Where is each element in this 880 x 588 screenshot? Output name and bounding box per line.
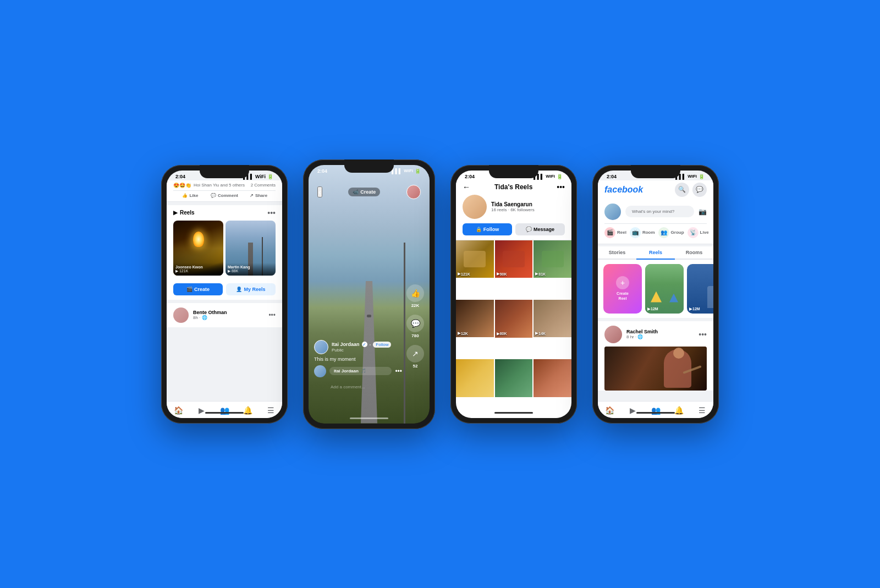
battery-icon-4: 🔋 xyxy=(698,174,705,179)
search-icon-btn[interactable]: 🔍 xyxy=(675,183,689,197)
post-more-btn[interactable]: ••• xyxy=(698,330,707,339)
post-actions: 👍 Like 💬 Comment ↗ Share xyxy=(173,190,276,198)
creator-sub: Public xyxy=(332,348,391,353)
reaction-text: Hoi Shan Yiu and 5 others xyxy=(194,183,245,188)
reels-preview-row: + CreateReel ▶ 12M ▶ 12M xyxy=(598,260,713,318)
grid-reel-6[interactable]: ▶ 14K xyxy=(534,300,571,338)
grid-reel-9[interactable] xyxy=(534,359,571,397)
room-quick-btn[interactable]: 📺 Room xyxy=(630,227,655,238)
follow-button[interactable]: 🔒 Follow xyxy=(463,223,512,235)
dots-menu-icon[interactable]: ••• xyxy=(557,183,565,191)
nav-menu-4[interactable]: ☰ xyxy=(690,406,713,415)
nav-home[interactable]: 🏠 xyxy=(167,406,190,415)
post-author-name: Bente Othman xyxy=(193,310,264,315)
grid-reel-7[interactable] xyxy=(456,359,494,397)
comment-action[interactable]: 💬 780 xyxy=(406,315,424,338)
comment-button[interactable]: 💬 Comment xyxy=(207,193,241,198)
comment-input-area: Itai Jordaan 🎵 xyxy=(329,367,392,375)
share-icon: ↗ xyxy=(250,193,254,198)
phone-4-bottom-nav: 🏠 ▶ 👥 🔔 ☰ xyxy=(598,401,713,418)
reel-quick-btn[interactable]: 🎬 Reel xyxy=(604,227,626,238)
back-button[interactable]: ‹ xyxy=(317,186,322,197)
messenger-icon-btn[interactable]: 💬 xyxy=(692,183,707,197)
power-lines xyxy=(404,243,405,424)
follow-lock-icon: 🔒 xyxy=(476,227,482,232)
add-comment-placeholder[interactable]: Add a comment... xyxy=(331,384,365,389)
create-reel-button[interactable]: 🎬 Create xyxy=(173,283,223,295)
battery-icon-3: 🔋 xyxy=(557,174,563,179)
reels-more-icon[interactable]: ••• xyxy=(267,208,276,217)
back-arrow-icon[interactable]: ← xyxy=(463,183,470,191)
grid-reel-3[interactable]: ▶ 81K xyxy=(534,240,571,278)
live-quick-btn[interactable]: 📡 Live xyxy=(688,227,709,238)
home-indicator-3 xyxy=(494,412,533,414)
like-action[interactable]: 👍 22K xyxy=(406,284,424,308)
tab-rooms[interactable]: Rooms xyxy=(675,246,713,259)
more-options-icon[interactable]: ••• xyxy=(395,367,402,375)
share-count: 52 xyxy=(413,364,418,369)
post-preview: Bente Othman 8h · 🌐 ••• xyxy=(167,303,282,327)
follow-tag[interactable]: Follow xyxy=(373,342,391,348)
create-reel-card[interactable]: + CreateReel xyxy=(603,264,642,314)
battery-icon: 🔋 xyxy=(267,174,273,179)
post-more-icon[interactable]: ••• xyxy=(268,311,276,319)
phone-2-status-icons: ▌▌▌ WiFi 🔋 xyxy=(392,168,421,174)
grid-reel-4[interactable]: ▶ 12K xyxy=(456,300,494,338)
food-thumb-1 xyxy=(464,251,486,267)
commenter-avatar xyxy=(314,365,326,377)
phone-2-notch xyxy=(344,160,394,173)
car-visual xyxy=(367,315,371,317)
creator-name-row: Itai Jordaan ✓ • Follow xyxy=(332,342,391,348)
grid-reel-2[interactable]: ▶ 90K xyxy=(495,240,533,278)
reels-section: ▶ Reels ••• Joonseo Kwon ▶ 121K xyxy=(167,205,282,279)
grid-reel-1[interactable]: ▶ 121K xyxy=(456,240,494,278)
group-quick-icon: 👥 xyxy=(658,227,669,238)
profile-stats: 16 reels · 6K followers xyxy=(491,207,535,212)
reel-1-views: ▶ 121K xyxy=(175,269,221,273)
header-profile-circle[interactable] xyxy=(406,185,421,199)
phone-1-notch xyxy=(200,165,249,178)
profile-text-info: Tida Saengarun 16 reels · 6K followers xyxy=(491,201,535,212)
reel-card-2[interactable]: Martin Kang ▶ 88K xyxy=(226,221,276,276)
phone-4-notch xyxy=(631,165,680,178)
music-indicator: 🎵 xyxy=(361,369,366,373)
grid-reel-5[interactable]: ▶ 80K xyxy=(495,300,533,338)
message-button[interactable]: 💬 Message xyxy=(515,223,565,235)
grid-reel-8[interactable] xyxy=(495,359,533,397)
share-action[interactable]: ↗ 52 xyxy=(406,345,424,369)
post-info: Bente Othman 8h · 🌐 xyxy=(193,310,264,320)
grid-views-6: ▶ 14K xyxy=(535,331,546,336)
post-header: 😍🤩👏 Hoi Shan Yiu and 5 others 2 Comments… xyxy=(167,180,282,202)
lantern-visual xyxy=(193,232,204,247)
grid-views-3: ▶ 81K xyxy=(535,272,546,276)
story-input[interactable]: What's on your mind? xyxy=(625,206,694,217)
tab-stories[interactable]: Stories xyxy=(598,246,636,259)
reel-1-name: Joonseo Kwon xyxy=(175,265,221,269)
my-reels-button[interactable]: 👤 My Reels xyxy=(226,283,276,295)
reel-1-overlay: Joonseo Kwon ▶ 121K xyxy=(173,263,223,276)
food-bg-8 xyxy=(495,359,533,397)
reel-card-1[interactable]: Joonseo Kwon ▶ 121K xyxy=(173,221,223,276)
like-icon: 👍 xyxy=(182,193,188,198)
group-quick-btn[interactable]: 👥 Group xyxy=(658,227,684,238)
camera-icon[interactable]: 📷 xyxy=(698,208,707,216)
reel-preview-1[interactable]: ▶ 12M xyxy=(645,264,684,314)
post-card-header: Rachel Smith 8 hr · 🌐 ••• xyxy=(604,326,707,343)
share-button[interactable]: ↗ Share xyxy=(241,193,276,198)
nav-menu[interactable]: ☰ xyxy=(259,406,282,415)
post-card: Rachel Smith 8 hr · 🌐 ••• xyxy=(598,321,713,391)
tab-reels[interactable]: Reels xyxy=(636,246,675,260)
like-button[interactable]: 👍 Like xyxy=(173,193,207,198)
reel-count-1: ▶ 12M xyxy=(647,307,658,311)
reel-preview-2[interactable]: ▶ 12M xyxy=(687,264,713,314)
food-bg-7 xyxy=(456,359,494,397)
like-count: 22K xyxy=(411,303,420,308)
nav-home-4[interactable]: 🏠 xyxy=(598,406,621,415)
video-creator-row: Itai Jordaan ✓ • Follow Public xyxy=(314,340,402,354)
reel-2-name: Martin Kang xyxy=(228,265,273,269)
reel-2-views: ▶ 88K xyxy=(228,269,273,273)
phone-4-screen: 2:04 ▌▌▌ WiFi 🔋 facebook 🔍 💬 xyxy=(598,171,713,418)
create-label[interactable]: 📹 Create xyxy=(348,188,380,196)
food-thumb-3 xyxy=(542,251,564,267)
comment-row: Itai Jordaan 🎵 ••• xyxy=(314,365,402,377)
